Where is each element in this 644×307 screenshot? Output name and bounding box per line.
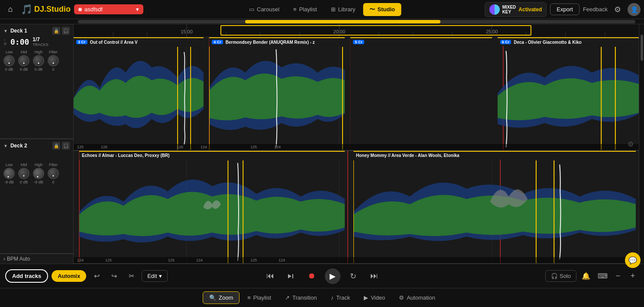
view-mode-track[interactable]: ♪ Track [325,292,356,304]
settings-button[interactable]: ⚙ [611,3,624,16]
deck2-header: ▼ Deck 2 🔒 🎧 [3,142,70,150]
deck2-track[interactable]: Echoes // Almar - Luccas Deo, Proxxy (BR… [74,150,639,264]
main-area: ▼ Deck 1 🔒 🎧 ↑ ⏱ 0:00 1/7 TRACKS [0,24,644,264]
deck2-controls: ▼ Deck 2 🔒 🎧 Low -8 dB Mid 0 dB [0,139,73,254]
deck2-low-knob: Low -8 dB [3,163,15,184]
redo-button[interactable]: ↪ [107,269,121,283]
deck1-time-row: ↑ ⏱ 0:00 1/7 TRACKS [3,36,70,47]
deck1-collapse-icon[interactable]: ▼ [3,29,8,33]
time-ruler: 15:00 20:00 25:00 [74,24,639,37]
edit-chevron-icon: ▾ [159,273,162,279]
logo-icon: 🎵 [21,4,32,15]
user-avatar[interactable]: 👤 [628,3,641,16]
deck2-track-title-1: Echoes // Almar - Luccas Deo, Proxxy (BR… [82,153,169,158]
solo-button[interactable]: 🎧 Solo [545,270,576,282]
track-segment-2[interactable]: 4 Cr Bermondsey Bender (ANUQRAM Remix) -… [209,37,345,150]
project-selector[interactable]: asdfsdf ▾ [74,4,143,14]
project-dot [78,8,82,11]
timeline-scroll-track[interactable] [78,20,635,23]
skip-back-button[interactable]: ⏮ [262,268,278,284]
nav-center: ▭ Carousel ≡ Playlist ⊞ Library 〜 Studio [243,3,401,16]
deck1-track-info: 1/7 TRACKS [32,36,49,47]
deck1-mid-knob: Mid 0 dB [18,50,29,72]
deck1-knob-row: Low 0 dB Mid 0 dB High 0 dB Filter [3,50,70,72]
track-segment-3[interactable]: 5 Cr [350,37,492,150]
record-button[interactable]: ⏺ [304,268,320,284]
project-name: asdfsdf [84,6,103,13]
deck2-high-knob: High -8 dB [33,163,44,184]
deck2-track-segment-1[interactable]: Echoes // Almar - Luccas Deo, Proxxy (BR… [79,151,345,264]
view-mode-automation[interactable]: ⚙ Automation [393,292,441,304]
tracks-area: 3 Cr Out of Control // Area V 61 |193 [74,37,639,264]
timeline-scroll[interactable] [0,19,644,24]
deck1-track[interactable]: 3 Cr Out of Control // Area V 61 |193 [74,37,639,150]
feedback-button[interactable]: Feedback [583,6,608,13]
view-mode-zoom[interactable]: 🔍 Zoom [203,291,239,304]
transition-icon: ↗ [285,294,290,301]
export-button[interactable]: Export [550,3,579,15]
automix-button[interactable]: Automix [52,270,86,282]
nav-playlist[interactable]: ≡ Playlist [287,3,323,15]
cue-button[interactable] [283,268,299,284]
carousel-icon: ▭ [249,6,254,13]
timeline-main[interactable]: 15:00 20:00 25:00 [74,24,639,264]
loop-button[interactable]: ↻ [346,268,361,284]
track-segment-4[interactable]: 6 Cr Deca - Olivier Giacomotto & Kiko |3… [498,37,639,150]
bell-button[interactable]: 🔔 [579,269,593,283]
deck1-icon-row: 🔒 🎧 [52,27,70,35]
deck2-track-segment-2[interactable]: Honey Mommy // Area Verde - Alan Wools, … [353,151,636,264]
add-tracks-button[interactable]: Add tracks [5,269,48,283]
deck2-lock-icon[interactable]: 🔒 [52,142,60,150]
svg-marker-37 [288,274,291,278]
deck2-knob-row: Low -8 dB Mid 0 dB High -8 dB Filter [3,163,70,184]
view-mode-video[interactable]: ▶ Video [358,292,391,304]
view-mode-toolbar: 🔍 Zoom ≡ Playlist ↗ Transition ♪ Track ▶… [0,288,644,307]
view-mode-transition[interactable]: ↗ Transition [279,292,323,304]
keyboard-button[interactable]: ⌨ [595,269,609,283]
right-controls: 🎧 Solo 🔔 ⌨ − + [545,269,639,283]
nav-studio[interactable]: 〜 Studio [363,3,401,16]
play-button[interactable]: ▶ [325,268,340,284]
nav-carousel[interactable]: ▭ Carousel [243,3,285,15]
deck2-mid-knob: Mid 0 dB [18,163,29,184]
mixednkey-badge: MIXEDKEY Activated [485,2,547,17]
track-icon: ♪ [331,294,334,301]
chat-bubble-button[interactable]: 💬 [625,252,641,268]
deck2-label: Deck 2 [10,143,27,149]
cue-badge-2: 4 Cr [212,40,223,44]
deck2-filter-knob: Filter 0 [48,163,59,184]
home-button[interactable]: ⌂ [3,3,17,16]
mixednkey-text: MIXEDKEY [502,5,516,14]
deck1-header: ▼ Deck 1 🔒 🎧 [3,27,70,35]
undo-button[interactable]: ↩ [90,269,104,283]
track-title-2: Bermondsey Bender (ANUQRAM Remix) - z [226,40,315,45]
library-icon: ⊞ [331,6,336,13]
deck2-headphone-icon[interactable]: 🎧 [62,142,70,150]
zoom-in-button[interactable]: + [627,270,639,282]
track-segment-1[interactable]: 3 Cr Out of Control // Area V 61 |193 [74,37,204,150]
headphone-icon: 🎧 [551,273,558,279]
scroll-thumb-vertical[interactable] [641,35,643,61]
zoom-icon: 🔍 [209,294,216,301]
deck2-collapse-icon[interactable]: ▼ [3,144,8,148]
deck1-arrow-icon: ↑ [3,38,7,42]
skip-forward-button[interactable]: ⏭ [366,268,382,284]
studio-icon: 〜 [369,6,375,13]
scissors-button[interactable]: ✂ [124,269,138,283]
zoom-out-button[interactable]: − [612,270,624,282]
timeline-settings-icon[interactable]: ⚙ [628,140,634,148]
view-mode-playlist[interactable]: ≡ Playlist [241,292,277,304]
deck1-bpm-ruler: 125 126 126 124 125 124 [74,144,639,150]
edit-button[interactable]: Edit ▾ [142,270,167,282]
playlist-icon: ≡ [293,6,297,13]
deck2-bpm-ruler: 124 125 125 124 125 124 [74,257,639,263]
top-nav: ⌂ 🎵 DJ.Studio asdfsdf ▾ ▭ Carousel ≡ Pla… [0,0,644,19]
bpm-label: BPM Auto [7,256,30,262]
cue-badge-3: 5 Cr [353,40,364,44]
right-scrollbar[interactable] [639,24,644,264]
deck1-lock-icon[interactable]: 🔒 [52,27,60,35]
playlist-mode-icon: ≡ [247,294,251,301]
timeline-scroll-thumb[interactable] [245,20,440,23]
deck1-headphone-icon[interactable]: 🎧 [62,27,70,35]
nav-library[interactable]: ⊞ Library [325,3,362,15]
